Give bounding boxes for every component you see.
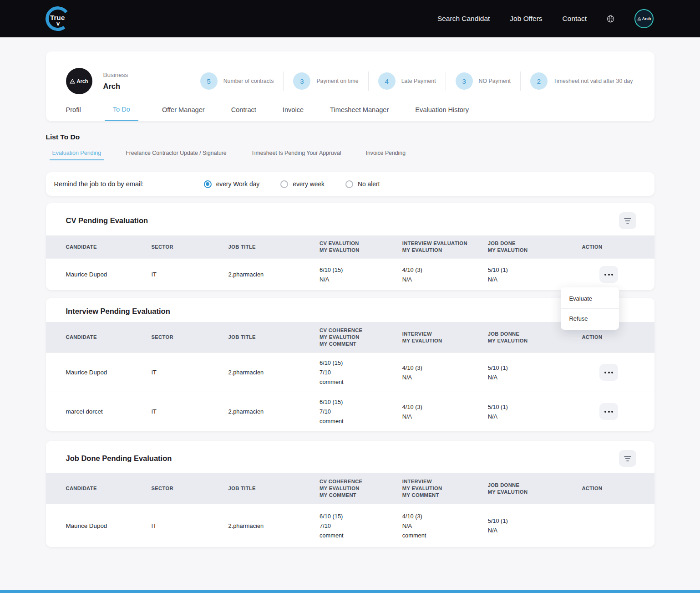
business-tabs: Profil To Do Offer Manager Contract Invo… xyxy=(46,101,654,121)
stat-timesheet-not-valid: 2 Timesheet not valid after 30 day xyxy=(521,72,643,90)
reminder-label: Remind the job to do by email: xyxy=(54,180,144,188)
stat-value-badge: 3 xyxy=(293,72,310,90)
job-done-pending-evaluation-card: Job Done Pending Evaluation CANDIDATE SE… xyxy=(46,441,654,547)
col-candidate: CANDIDATE xyxy=(66,244,152,250)
logo-text-bottom: v xyxy=(56,20,60,27)
business-header: Arch Business Arch 5 Number of contracts… xyxy=(46,51,654,101)
job-title-cell: 2.pharmacien xyxy=(228,369,320,376)
tab-invoice[interactable]: Invoice xyxy=(280,105,306,121)
filter-icon[interactable] xyxy=(619,450,636,467)
tab-contract[interactable]: Contract xyxy=(228,105,259,121)
col-cv-coherence: CV COHERENCEMY EVALUTIONMY COMMENT xyxy=(320,478,402,499)
job-title-cell: 2.pharmacien xyxy=(228,408,320,415)
nav-job-offers[interactable]: Job Offers xyxy=(510,15,542,23)
subtab-invoice-pending[interactable]: Invoice Pending xyxy=(363,149,409,157)
col-job-title: JOB TITLE xyxy=(228,485,320,492)
table-row: Maurice Dupod IT 2.pharmacien 6/10 (15)N… xyxy=(46,258,654,290)
table-row: marcel dorcet IT 2.pharmacien 6/10 (15)7… xyxy=(46,392,654,431)
interview-evaluation-cell: 4/10 (3)N/A xyxy=(402,265,488,284)
business-identity: Business Arch xyxy=(103,72,128,91)
tab-profil[interactable]: Profil xyxy=(63,105,84,121)
col-job-done: JOB DONEMY EVALUTION xyxy=(488,240,582,254)
reminder-options: every Work day every week No alert xyxy=(204,180,380,188)
col-candidate: CANDIDATE xyxy=(66,485,152,492)
action-cell xyxy=(582,403,636,420)
triangle-logo-icon xyxy=(70,79,75,84)
subtab-freelance-update-signature[interactable]: Freelance Contractor Update / Signature xyxy=(123,149,229,157)
user-avatar[interactable]: Arch xyxy=(634,9,654,28)
col-sector: SECTOR xyxy=(151,334,228,341)
stat-payment-on-time: 3 Payment on time xyxy=(284,72,368,90)
col-job-title: JOB TITLE xyxy=(228,244,320,250)
interview-cell: 4/10 (3)N/A xyxy=(402,363,488,382)
table-header-row: CANDIDATE SECTOR JOB TITLE CV EVALUTIONM… xyxy=(46,235,654,258)
col-job-title: JOB TITLE xyxy=(228,334,320,341)
radio-no-alert[interactable]: No alert xyxy=(345,180,380,188)
candidate-name: Maurice Dupod xyxy=(66,522,152,529)
stat-number-of-contracts: 5 Number of contracts xyxy=(191,72,284,90)
action-cell: Evaluate Refuse xyxy=(582,266,636,283)
stat-no-payment: 3 NO Payment xyxy=(446,72,520,90)
business-summary-card: Arch Business Arch 5 Number of contracts… xyxy=(46,51,654,121)
stat-late-payment: 4 Late Payment xyxy=(369,72,446,90)
section-title: CV Pending Evaluation xyxy=(66,216,148,225)
nav-search-candidat[interactable]: Search Candidat xyxy=(437,15,490,23)
truecv-logo[interactable]: True v xyxy=(46,6,70,31)
candidate-name: marcel dorcet xyxy=(66,408,152,415)
page-title: List To Do xyxy=(46,133,654,141)
todo-subtabs: Evaluation Pending Freelance Contractor … xyxy=(50,149,654,160)
stat-value-badge: 4 xyxy=(378,72,396,90)
job-done-cell: 5/10 (1)N/A xyxy=(488,363,582,382)
job-title-cell: 2.pharmacien xyxy=(228,522,320,529)
stat-label: NO Payment xyxy=(479,78,511,84)
row-actions-ellipsis-icon[interactable] xyxy=(599,403,618,420)
top-navbar: True v Search Candidat Job Offers Contac… xyxy=(0,0,700,37)
stat-label: Timesheet not valid after 30 day xyxy=(553,78,633,84)
radio-icon xyxy=(280,180,288,188)
radio-icon xyxy=(345,180,353,188)
tab-to-do[interactable]: To Do xyxy=(105,105,138,121)
menu-item-refuse[interactable]: Refuse xyxy=(561,308,619,328)
footer-accent-bar xyxy=(0,590,700,593)
card-head: CV Pending Evaluation xyxy=(46,203,654,235)
stat-label: Number of contracts xyxy=(223,78,274,84)
tab-offer-manager[interactable]: Offer Manager xyxy=(159,105,208,121)
col-job-done: JOB DONNEMY EVALUTION xyxy=(488,331,582,344)
stat-value-badge: 3 xyxy=(456,72,473,90)
row-actions-ellipsis-icon[interactable] xyxy=(599,266,618,283)
email-reminder-card: Remind the job to do by email: every Wor… xyxy=(46,172,654,196)
sector-cell: IT xyxy=(151,271,228,278)
col-action: ACTION xyxy=(582,334,636,341)
cv-coherence-cell: 6/10 (15)7/10comment xyxy=(320,511,402,540)
radio-every-work-day[interactable]: every Work day xyxy=(204,180,260,188)
tab-evaluation-history[interactable]: Evaluation History xyxy=(412,105,472,121)
job-title-cell: 2.pharmacien xyxy=(228,271,320,278)
job-done-cell: 5/10 (1)N/A xyxy=(488,402,582,421)
filter-icon[interactable] xyxy=(619,212,636,229)
nav-contact[interactable]: Contact xyxy=(563,15,587,23)
table-row: Maurice Dupod IT 2.pharmacien 6/10 (15)7… xyxy=(46,353,654,392)
sector-cell: IT xyxy=(151,369,228,376)
row-actions-ellipsis-icon[interactable] xyxy=(599,364,618,381)
table-row: Maurice Dupod IT 2.pharmacien 6/10 (15)7… xyxy=(46,504,654,547)
navbar-links: Search Candidat Job Offers Contact Arch xyxy=(437,9,654,28)
col-action: ACTION xyxy=(582,244,636,250)
section-title: Job Done Pending Evaluation xyxy=(66,454,172,463)
stat-label: Payment on time xyxy=(316,78,358,84)
subtab-timesheet-pending-approval[interactable]: Timesheet Is Pending Your Appruval xyxy=(249,149,344,157)
menu-item-evaluate[interactable]: Evaluate xyxy=(561,289,619,308)
col-sector: SECTOR xyxy=(151,244,228,250)
tab-timesheet-manager[interactable]: Timesheet Manager xyxy=(327,105,391,121)
subtab-evaluation-pending[interactable]: Evaluation Pending xyxy=(50,150,104,160)
section-title: Interview Pending Evaluation xyxy=(66,307,170,316)
action-cell xyxy=(582,364,636,381)
col-cv-coherence: CV COHERENCEMY EVALUTIONMY COMMENT xyxy=(320,327,402,348)
row-actions-menu: Evaluate Refuse xyxy=(561,287,619,330)
sector-cell: IT xyxy=(151,408,228,415)
globe-icon[interactable] xyxy=(607,15,614,23)
avatar-label: Arch xyxy=(642,16,651,21)
cv-evaluation-cell: 6/10 (15)N/A xyxy=(320,265,402,284)
job-done-cell: 5/10 (1)N/A xyxy=(488,265,582,284)
card-head: Job Done Pending Evaluation xyxy=(46,441,654,473)
radio-every-week[interactable]: every week xyxy=(280,180,325,188)
